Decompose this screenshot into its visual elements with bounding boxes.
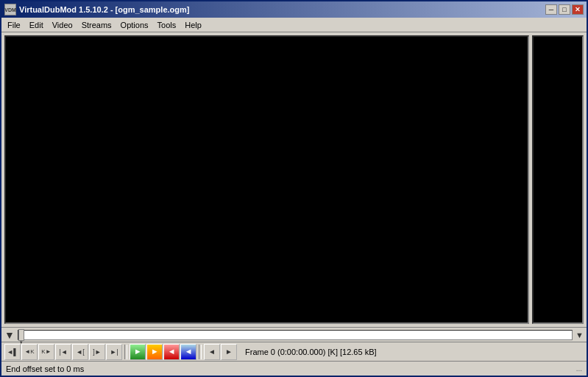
menu-tools[interactable]: Tools bbox=[153, 19, 181, 31]
go-end-button[interactable]: ►| bbox=[106, 344, 122, 360]
video-panel-main bbox=[4, 35, 529, 324]
prev-marker-button[interactable]: ◄ bbox=[204, 344, 220, 360]
title-bar: VDM VirtualDubMod 1.5.10.2 - [ogm_sample… bbox=[1, 1, 587, 18]
next-keyframe-button[interactable]: K► bbox=[38, 344, 54, 360]
status-right: ... bbox=[576, 364, 582, 373]
menu-edit[interactable]: Edit bbox=[25, 19, 48, 31]
video-panel-side bbox=[532, 35, 584, 324]
toolbar-sep-1 bbox=[124, 345, 127, 359]
menu-help[interactable]: Help bbox=[180, 19, 206, 31]
mark-out-blue-button[interactable]: ◀ bbox=[180, 344, 196, 360]
next-marker-button[interactable]: ► bbox=[221, 344, 237, 360]
application-window: VDM VirtualDubMod 1.5.10.2 - [ogm_sample… bbox=[0, 0, 588, 377]
timeline-area: ▼ ▼ bbox=[1, 327, 587, 342]
main-content bbox=[1, 32, 587, 327]
scrubber-marker-icon: ▼ bbox=[4, 329, 15, 341]
scrubber-right-marker: ▼ bbox=[575, 331, 584, 339]
menu-file[interactable]: File bbox=[3, 19, 25, 31]
window-title: VirtualDubMod 1.5.10.2 - [ogm_sample.ogm… bbox=[19, 5, 189, 14]
status-bar: End offset set to 0 ms ... bbox=[1, 361, 587, 376]
title-bar-left: VDM VirtualDubMod 1.5.10.2 - [ogm_sample… bbox=[4, 4, 189, 15]
prev-keyframe-button[interactable]: ◄K bbox=[21, 344, 38, 360]
mark-in-red-button[interactable]: ◀ bbox=[163, 344, 180, 360]
mark-out-orange-button[interactable]: ▶ bbox=[146, 344, 163, 360]
next-frame-sel-button[interactable]: ]► bbox=[89, 344, 105, 360]
minimize-button[interactable]: ─ bbox=[545, 4, 557, 15]
prev-scene-button[interactable]: ◄▌ bbox=[4, 344, 21, 360]
menu-options[interactable]: Options bbox=[116, 19, 153, 31]
status-message: End offset set to 0 ms bbox=[6, 364, 84, 373]
mark-in-green-button[interactable]: ▶ bbox=[130, 344, 146, 360]
go-start-button[interactable]: |◄ bbox=[55, 344, 71, 360]
title-controls: ─ □ ✕ bbox=[545, 4, 584, 15]
menu-streams[interactable]: Streams bbox=[77, 19, 116, 31]
frame-info: Frame 0 (0:00:00.000) [K] [12.65 kB] bbox=[242, 347, 380, 357]
prev-frame-sel-button[interactable]: ◄[ bbox=[72, 344, 88, 360]
app-icon: VDM bbox=[4, 4, 16, 15]
scrubber-thumb[interactable] bbox=[18, 329, 24, 341]
scrubber-track[interactable] bbox=[18, 330, 573, 340]
close-button[interactable]: ✕ bbox=[572, 4, 584, 15]
maximize-button[interactable]: □ bbox=[559, 4, 570, 15]
menu-video[interactable]: Video bbox=[48, 19, 77, 31]
toolbar-area: ◄▌ ◄K K► |◄ ◄[ ]► ►| ▶ ▶ ◀ ◀ bbox=[1, 342, 587, 361]
toolbar-sep-2 bbox=[199, 345, 202, 359]
menu-bar: File Edit Video Streams Options Tools He… bbox=[1, 18, 587, 32]
